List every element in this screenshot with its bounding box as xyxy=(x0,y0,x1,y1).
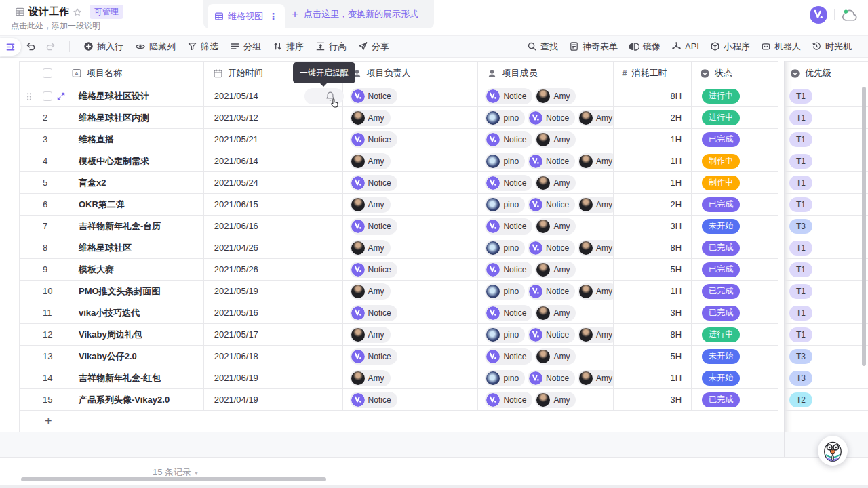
project-members-cell[interactable]: NoticeAmy xyxy=(478,172,614,193)
start-date-cell[interactable]: 2021/05/21 xyxy=(204,129,343,150)
hours-cell[interactable]: 8H xyxy=(614,237,692,258)
member-chip[interactable]: Notice xyxy=(350,392,397,408)
member-chip[interactable]: pino xyxy=(485,153,525,169)
redo-button[interactable] xyxy=(45,41,56,52)
row-index-cell[interactable]: 8 xyxy=(20,237,60,258)
row-index-cell[interactable]: 5 xyxy=(20,172,60,193)
table-row[interactable]: 7吉祥物新年礼盒-台历2021/06/16NoticeNoticeAmy3H未开… xyxy=(20,216,778,237)
toolbar-button-api[interactable]: API xyxy=(671,41,699,52)
project-members-cell[interactable]: NoticeAmy xyxy=(478,85,614,106)
start-date-cell[interactable]: 2021/06/18 xyxy=(204,346,343,367)
toolbar-button-row-height[interactable]: 行高 xyxy=(315,41,347,53)
priority-cell[interactable]: T1 xyxy=(785,259,868,281)
start-date-cell[interactable]: 2021/05/12 xyxy=(204,107,343,128)
start-date-cell[interactable]: 2021/06/16 xyxy=(204,216,343,237)
project-members-cell[interactable]: pinoNoticeAmy xyxy=(478,150,614,171)
vika-logo-avatar[interactable] xyxy=(810,6,827,24)
project-owner-cell[interactable]: Amy xyxy=(343,324,479,345)
project-members-cell[interactable]: pinoNoticeAmy xyxy=(478,107,614,128)
member-chip[interactable]: Notice xyxy=(528,197,575,213)
project-name-cell[interactable]: 维格星球社区设计 xyxy=(60,85,204,106)
toolbar-button-robot[interactable]: 机器人 xyxy=(761,41,801,53)
row-index-cell[interactable]: 6 xyxy=(20,194,60,215)
select-all-checkbox[interactable] xyxy=(43,68,52,78)
project-name-cell[interactable]: vika小技巧迭代 xyxy=(60,302,204,323)
hours-cell[interactable]: 2H xyxy=(614,194,692,215)
project-owner-cell[interactable]: Amy xyxy=(343,367,479,388)
start-date-cell[interactable]: 2021/04/26 xyxy=(204,237,343,258)
project-owner-cell[interactable]: Notice xyxy=(343,85,479,106)
member-chip[interactable]: Amy xyxy=(578,240,614,256)
hours-cell[interactable]: 1H xyxy=(614,367,692,388)
member-chip[interactable]: Amy xyxy=(535,88,576,104)
toolbar-button-hide-fields[interactable]: 隐藏列 xyxy=(135,41,176,53)
member-chip[interactable]: Amy xyxy=(535,392,576,408)
member-chip[interactable]: Notice xyxy=(485,218,532,235)
hours-cell[interactable]: 2H xyxy=(614,107,692,128)
project-members-cell[interactable]: NoticeAmy xyxy=(478,346,614,367)
sidebar-toggle-button[interactable] xyxy=(0,38,21,56)
status-cell[interactable]: 已完成 xyxy=(692,129,778,150)
table-row[interactable]: 维格星球社区设计2021/05/14NoticeNoticeAmy8H进行中 xyxy=(20,85,778,107)
start-date-cell[interactable]: 2021/06/15 xyxy=(204,194,343,215)
member-chip[interactable]: Notice xyxy=(485,348,532,365)
member-chip[interactable]: Notice xyxy=(350,88,397,104)
member-chip[interactable]: Amy xyxy=(535,131,576,148)
row-index-cell[interactable]: 13 xyxy=(20,346,60,367)
priority-cell[interactable]: T1 xyxy=(785,150,868,172)
toolbar-button-share[interactable]: 分享 xyxy=(358,41,389,53)
hours-cell[interactable]: 1H xyxy=(614,281,692,302)
member-chip[interactable]: Amy xyxy=(350,370,391,386)
project-members-cell[interactable]: pinoNoticeAmy xyxy=(478,281,614,302)
row-index-cell[interactable]: 4 xyxy=(20,150,60,171)
member-chip[interactable]: pino xyxy=(485,197,525,213)
project-owner-cell[interactable]: Notice xyxy=(343,389,479,410)
priority-cell[interactable]: T1 xyxy=(785,172,868,194)
member-chip[interactable]: Notice xyxy=(350,175,397,191)
priority-cell[interactable]: T1 xyxy=(785,281,868,302)
toolbar-button-search[interactable]: 查找 xyxy=(527,41,558,53)
priority-cell[interactable]: T1 xyxy=(785,194,868,216)
priority-cell[interactable]: T2 xyxy=(785,389,868,411)
status-cell[interactable]: 已完成 xyxy=(692,237,778,258)
project-members-cell[interactable]: pinoNoticeAmy xyxy=(478,194,614,215)
project-members-cell[interactable]: NoticeAmy xyxy=(478,259,614,280)
member-chip[interactable]: Amy xyxy=(350,283,391,300)
column-header-3[interactable]: 项目负责人 xyxy=(343,62,479,85)
member-chip[interactable]: Notice xyxy=(485,131,532,148)
row-index-cell[interactable]: 14 xyxy=(20,367,60,388)
hours-cell[interactable]: 3H xyxy=(614,302,692,323)
priority-cell[interactable]: T1 xyxy=(785,237,868,259)
member-chip[interactable]: Amy xyxy=(535,175,576,191)
member-chip[interactable]: Amy xyxy=(350,197,391,213)
member-chip[interactable]: Notice xyxy=(350,348,397,365)
status-cell[interactable]: 进行中 xyxy=(692,85,778,106)
member-chip[interactable]: Notice xyxy=(528,153,575,169)
row-checkbox[interactable] xyxy=(43,92,52,101)
member-chip[interactable]: Amy xyxy=(578,197,614,213)
member-chip[interactable]: Notice xyxy=(528,240,575,256)
member-chip[interactable]: Amy xyxy=(350,240,391,256)
project-owner-cell[interactable]: Amy xyxy=(343,107,479,128)
hours-cell[interactable]: 5H xyxy=(614,259,692,280)
member-chip[interactable]: Amy xyxy=(350,153,391,169)
project-name-cell[interactable]: 模板大赛 xyxy=(60,259,204,280)
toolbar-button-form[interactable]: 神奇表单 xyxy=(569,41,618,53)
member-chip[interactable]: Notice xyxy=(528,283,575,300)
star-icon[interactable] xyxy=(73,7,82,17)
project-members-cell[interactable]: NoticeAmy xyxy=(478,216,614,237)
project-name-cell[interactable]: 维格星球社区内测 xyxy=(60,107,204,128)
project-members-cell[interactable]: NoticeAmy xyxy=(478,129,614,150)
project-name-cell[interactable]: 产品系列头像-Vikay2.0 xyxy=(60,389,204,410)
status-cell[interactable]: 未开始 xyxy=(692,367,778,388)
hours-cell[interactable]: 5H xyxy=(614,346,692,367)
status-cell[interactable]: 已完成 xyxy=(692,194,778,215)
member-chip[interactable]: Amy xyxy=(578,283,614,300)
start-date-cell[interactable]: 2021/05/24 xyxy=(204,172,343,193)
hours-cell[interactable]: 8H xyxy=(614,324,692,345)
project-owner-cell[interactable]: Amy xyxy=(343,150,479,171)
row-index-cell[interactable]: 12 xyxy=(20,324,60,345)
priority-cell[interactable]: T1 xyxy=(785,107,868,129)
table-row[interactable]: 15产品系列头像-Vikay2.02021/04/19NoticeNoticeA… xyxy=(20,389,778,411)
priority-cell[interactable]: T3 xyxy=(785,346,868,367)
